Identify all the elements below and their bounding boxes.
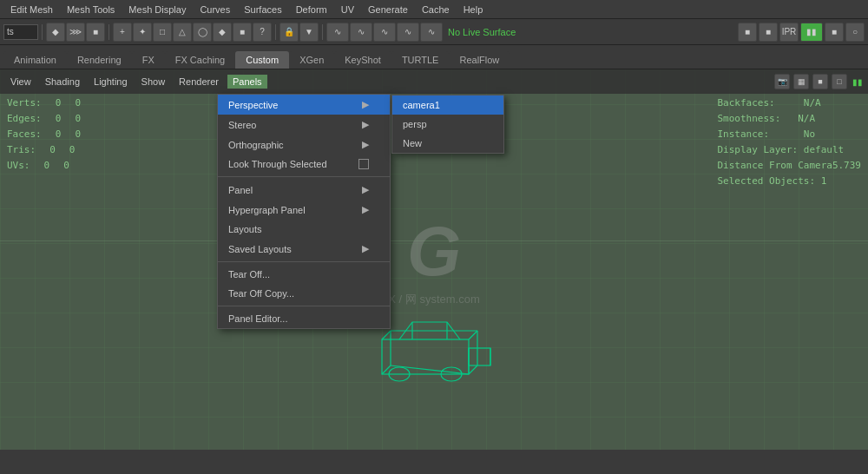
submenu-persp[interactable]: persp bbox=[392, 115, 503, 134]
stats-right: Backfaces: N/A Smoothness: N/A Instance:… bbox=[717, 95, 861, 189]
stat-label-tris: Tris: bbox=[7, 142, 36, 158]
menu-cache[interactable]: Cache bbox=[415, 3, 457, 16]
menu-surfaces[interactable]: Surfaces bbox=[237, 3, 288, 16]
stat-val-uvs-1: 0 bbox=[44, 158, 50, 174]
vp-menu-lighting[interactable]: Lighting bbox=[89, 75, 133, 89]
tab-fx-caching[interactable]: FX Caching bbox=[165, 51, 235, 69]
menu-mesh-display[interactable]: Mesh Display bbox=[122, 3, 193, 16]
viewport-topbar: View Shading Lighting Show Renderer Pane… bbox=[0, 69, 868, 94]
tb-right-6[interactable]: ○ bbox=[845, 23, 865, 42]
no-live-label: No Live Surface bbox=[448, 27, 516, 37]
vp-icon-grid[interactable]: ▦ bbox=[793, 74, 809, 89]
tab-turtle[interactable]: TURTLE bbox=[391, 51, 450, 69]
tb-btn-2[interactable]: ⋙ bbox=[66, 23, 85, 42]
tab-custom[interactable]: Custom bbox=[235, 51, 289, 69]
stat-val-edges-1: 0 bbox=[56, 111, 62, 127]
tb-curve-2[interactable]: ∿ bbox=[350, 23, 372, 42]
look-through-label: Look Through Selected bbox=[228, 159, 327, 169]
tab-rendering[interactable]: Rendering bbox=[67, 51, 132, 69]
tb-right-3[interactable]: IPR bbox=[779, 23, 799, 42]
tb-right-1[interactable]: ■ bbox=[738, 23, 757, 42]
vp-icon-shade[interactable]: ■ bbox=[812, 74, 828, 89]
separator-4 bbox=[322, 24, 323, 40]
stat-row-tris: Tris: 0 0 bbox=[7, 142, 81, 158]
menu-item-tear-off[interactable]: Tear Off... bbox=[218, 265, 390, 284]
menu-item-look-through[interactable]: Look Through Selected bbox=[218, 155, 390, 174]
orthographic-label: Orthographic bbox=[228, 140, 284, 150]
layouts-label: Layouts bbox=[228, 224, 262, 234]
tb-btn-11[interactable]: ? bbox=[253, 23, 272, 42]
menu-deform[interactable]: Deform bbox=[289, 3, 334, 16]
separator-1 bbox=[42, 24, 43, 40]
submenu-new[interactable]: New bbox=[392, 134, 503, 153]
tb-btn-6[interactable]: □ bbox=[153, 23, 172, 42]
menu-separator-2 bbox=[218, 261, 390, 262]
menu-mesh-tools[interactable]: Mesh Tools bbox=[60, 3, 122, 16]
vp-menu-renderer[interactable]: Renderer bbox=[174, 75, 224, 89]
orthographic-arrow: ▶ bbox=[362, 139, 369, 150]
menu-item-stereo[interactable]: Stereo ▶ bbox=[218, 115, 390, 135]
panel-arrow: ▶ bbox=[362, 184, 369, 195]
vp-menu-show[interactable]: Show bbox=[136, 75, 171, 89]
tab-animation[interactable]: Animation bbox=[3, 51, 67, 69]
submenu-camera1[interactable]: camera1 bbox=[392, 95, 503, 115]
tb-curve-1[interactable]: ∿ bbox=[326, 23, 349, 42]
tb-right-2[interactable]: ■ bbox=[759, 23, 778, 42]
vp-menu-shading[interactable]: Shading bbox=[40, 75, 85, 89]
menu-item-panel[interactable]: Panel ▶ bbox=[218, 180, 390, 200]
tb-curve-4[interactable]: ∿ bbox=[397, 23, 419, 42]
menu-generate[interactable]: Generate bbox=[361, 3, 415, 16]
tb-btn-3[interactable]: ■ bbox=[86, 23, 105, 42]
stat-val-faces-2: 0 bbox=[75, 127, 81, 142]
look-through-checkbox[interactable] bbox=[358, 159, 369, 169]
tab-xgen[interactable]: XGen bbox=[289, 51, 334, 69]
menu-help[interactable]: Help bbox=[457, 3, 490, 16]
hypergraph-label: Hypergraph Panel bbox=[228, 205, 306, 215]
stat-label-verts: Verts: bbox=[7, 95, 42, 111]
perspective-label: Perspective bbox=[228, 100, 278, 110]
tb-right-5[interactable]: ■ bbox=[825, 23, 844, 42]
tb-right-4[interactable]: ▮▮ bbox=[800, 23, 823, 42]
vp-icon-camera[interactable]: 📷 bbox=[774, 74, 790, 89]
toolbar-group-left: ◆ ⋙ ■ + ✦ □ △ ◯ ◆ ■ ? 🔒 ▼ ∿ ∿ ∿ ∿ ∿ bbox=[3, 23, 443, 42]
menu-separator-1 bbox=[218, 176, 390, 177]
tb-btn-10[interactable]: ■ bbox=[233, 23, 252, 42]
toolbar-input[interactable] bbox=[3, 24, 38, 40]
menu-edit-mesh[interactable]: Edit Mesh bbox=[3, 3, 60, 16]
watermark: G X / 网 system.com bbox=[388, 212, 479, 307]
tb-btn-1[interactable]: ◆ bbox=[46, 23, 65, 42]
menu-item-tear-off-copy[interactable]: Tear Off Copy... bbox=[218, 284, 390, 303]
tb-btn-7[interactable]: △ bbox=[173, 23, 192, 42]
menu-curves[interactable]: Curves bbox=[193, 3, 237, 16]
tab-realflow[interactable]: RealFlow bbox=[449, 51, 510, 69]
menu-item-perspective[interactable]: Perspective ▶ camera1 persp New bbox=[218, 95, 390, 115]
tb-btn-12[interactable]: ▼ bbox=[299, 23, 319, 42]
stereo-arrow: ▶ bbox=[362, 119, 369, 130]
stat-distance: Distance From Camera5.739 bbox=[717, 158, 861, 174]
menu-item-layouts[interactable]: Layouts bbox=[218, 220, 390, 239]
panel-label: Panel bbox=[228, 185, 253, 195]
tb-btn-9[interactable]: ◆ bbox=[213, 23, 232, 42]
stat-val-edges-2: 0 bbox=[75, 111, 81, 127]
stat-row-verts: Verts: 0 0 bbox=[7, 95, 81, 111]
tb-btn-4[interactable]: + bbox=[113, 23, 132, 42]
menu-item-hypergraph[interactable]: Hypergraph Panel ▶ bbox=[218, 200, 390, 220]
tab-fx[interactable]: FX bbox=[132, 51, 165, 69]
menu-uv[interactable]: UV bbox=[334, 3, 361, 16]
vp-menu-view[interactable]: View bbox=[5, 75, 36, 89]
tab-keyshot[interactable]: KeyShot bbox=[334, 51, 391, 69]
tb-curve-3[interactable]: ∿ bbox=[373, 23, 396, 42]
menu-item-panel-editor[interactable]: Panel Editor... bbox=[218, 309, 390, 328]
svg-line-11 bbox=[469, 365, 477, 374]
tb-btn-8[interactable]: ◯ bbox=[193, 23, 212, 42]
vp-menu-panels[interactable]: Panels bbox=[227, 75, 267, 89]
watermark-text: X / 网 system.com bbox=[388, 292, 479, 307]
tb-btn-lock[interactable]: 🔒 bbox=[279, 23, 299, 42]
menu-item-orthographic[interactable]: Orthographic ▶ bbox=[218, 135, 390, 155]
vp-icon-wire[interactable]: □ bbox=[832, 74, 847, 89]
tb-curve-5[interactable]: ∿ bbox=[420, 23, 443, 42]
viewport[interactable]: View Shading Lighting Show Renderer Pane… bbox=[0, 69, 868, 450]
tb-btn-5[interactable]: ✦ bbox=[133, 23, 152, 42]
hypergraph-arrow: ▶ bbox=[362, 204, 369, 215]
menu-item-saved-layouts[interactable]: Saved Layouts ▶ bbox=[218, 239, 390, 259]
